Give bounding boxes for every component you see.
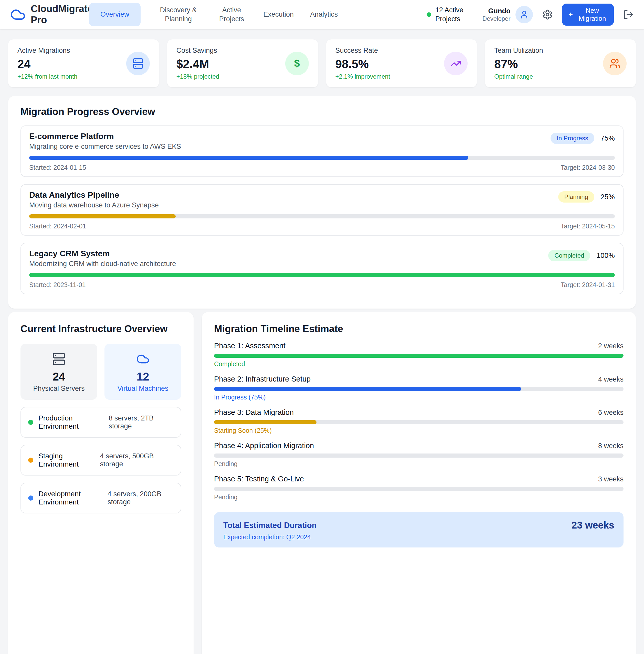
stat-label: Team Utilization (494, 47, 543, 54)
main-nav: Overview Discovery & Planning Active Pro… (89, 3, 338, 26)
staging-dot-icon (28, 458, 33, 463)
project-card-ecommerce[interactable]: E-commerce Platform Migrating core e-com… (21, 125, 623, 177)
project-description: Moving data warehouse to Azure Synapse (29, 201, 159, 209)
phase-testing-golive: Phase 5: Testing & Go-Live 3 weeks Pendi… (214, 475, 623, 501)
phase-status: Pending (214, 493, 623, 501)
project-text: E-commerce Platform Migrating core e-com… (29, 132, 181, 150)
progress-bar (29, 273, 615, 277)
user-info: Gundo Developer (482, 7, 510, 22)
env-detail: 4 servers, 200GB storage (108, 490, 174, 506)
app-title: CloudMigrate Pro (31, 3, 84, 26)
stat-value: $2.4M (177, 57, 219, 71)
phase-duration: 4 weeks (598, 375, 623, 383)
stat-cost-savings: Cost Savings $2.4M +18% projected $ (167, 40, 318, 87)
server-icon (52, 352, 66, 366)
env-row-production: Production Environment 8 servers, 2TB st… (21, 407, 181, 438)
stat-value: 98.5% (336, 57, 390, 71)
progress-bar (29, 156, 615, 160)
env-name: Production Environment (39, 414, 109, 430)
gear-icon (542, 9, 553, 20)
settings-button[interactable] (542, 9, 553, 20)
phase-assessment: Phase 1: Assessment 2 weeks Completed (214, 342, 623, 368)
project-target: Target: 2024-05-15 (561, 223, 615, 230)
project-text: Data Analytics Pipeline Moving data ware… (29, 190, 159, 209)
development-dot-icon (28, 495, 33, 500)
progress-bar (214, 420, 623, 424)
progress-bar (214, 487, 623, 491)
summary-value: 23 weeks (572, 520, 614, 531)
nav-analytics[interactable]: Analytics (310, 10, 338, 19)
main-content: Active Migrations 24 +12% from last mont… (0, 29, 644, 654)
stat-text: Active Migrations 24 +12% from last mont… (17, 47, 77, 80)
server-icon (126, 52, 150, 75)
panel-title: Migration Timeline Estimate (214, 323, 623, 334)
stats-row: Active Migrations 24 +12% from last mont… (8, 40, 636, 87)
phase-status: In Progress (75%) (214, 394, 623, 401)
stat-sub: +12% from last month (17, 73, 77, 80)
project-name: Data Analytics Pipeline (29, 190, 159, 200)
phase-status: Pending (214, 460, 623, 468)
phase-duration: 3 weeks (598, 475, 623, 483)
progress-bar-fill (214, 387, 521, 391)
user-icon (520, 10, 529, 19)
nav-discovery-planning[interactable]: Discovery & Planning (157, 6, 200, 24)
duration-summary: Total Estimated Duration 23 weeks Expect… (214, 512, 623, 547)
new-migration-button[interactable]: + New Migration (562, 4, 614, 26)
progress-bar-fill (214, 354, 623, 358)
nav-overview[interactable]: Overview (89, 3, 141, 26)
user-menu[interactable]: Gundo Developer (482, 6, 533, 23)
dollar-icon: $ (285, 52, 309, 75)
plus-icon: + (568, 10, 573, 19)
env-row-development: Development Environment 4 servers, 200GB… (21, 483, 181, 513)
cloudmigrate-dashboard: CloudMigrate Pro Overview Discovery & Pl… (0, 0, 644, 654)
summary-sub: Expected completion: Q2 2024 (223, 533, 614, 541)
project-name: Legacy CRM System (29, 249, 176, 258)
progress-bar-fill (29, 214, 176, 218)
phase-duration: 6 weeks (598, 409, 623, 417)
stat-sub: +18% projected (177, 73, 219, 80)
stat-value: 87% (494, 57, 543, 71)
project-started: Started: 2024-02-01 (29, 223, 86, 230)
production-dot-icon (28, 420, 33, 425)
stat-team-utilization: Team Utilization 87% Optimal range (485, 40, 636, 87)
project-card-data-analytics[interactable]: Data Analytics Pipeline Moving data ware… (21, 184, 623, 236)
panel-title: Migration Progress Overview (21, 106, 623, 117)
phase-application-migration: Phase 4: Application Migration 8 weeks P… (214, 441, 623, 468)
phase-name: Phase 2: Infrastructure Setup (214, 375, 310, 383)
logout-button[interactable] (623, 9, 634, 20)
panel-title: Current Infrastructure Overview (21, 323, 181, 334)
logout-icon (623, 9, 634, 20)
stat-label: Cost Savings (177, 47, 219, 54)
project-card-legacy-crm[interactable]: Legacy CRM System Modernizing CRM with c… (21, 243, 623, 294)
stat-text: Team Utilization 87% Optimal range (494, 47, 543, 80)
dollar-glyph: $ (294, 57, 300, 69)
project-description: Modernizing CRM with cloud-native archit… (29, 260, 176, 268)
status-badge: Planning (558, 191, 594, 203)
phase-name: Phase 5: Testing & Go-Live (214, 475, 304, 483)
project-target: Target: 2024-03-30 (561, 164, 615, 171)
avatar[interactable] (515, 6, 533, 23)
status-badge: Completed (548, 250, 590, 261)
nav-active-projects[interactable]: Active Projects (216, 6, 247, 24)
phase-status: Starting Soon (25%) (214, 427, 623, 434)
tile-physical-servers: 24 Physical Servers (21, 344, 97, 400)
app-logo[interactable]: CloudMigrate Pro (10, 3, 84, 26)
stat-active-migrations: Active Migrations 24 +12% from last mont… (8, 40, 159, 87)
env-row-staging: Staging Environment 4 servers, 500GB sto… (21, 445, 181, 475)
status-dot-icon (427, 12, 431, 17)
nav-execution[interactable]: Execution (263, 10, 294, 19)
phase-data-migration: Phase 3: Data Migration 6 weeks Starting… (214, 408, 623, 434)
stat-text: Cost Savings $2.4M +18% projected (177, 47, 219, 80)
progress-bar-fill (29, 156, 468, 160)
stat-value: 24 (17, 57, 77, 71)
stat-text: Success Rate 98.5% +2.1% improvement (336, 47, 390, 80)
env-name: Staging Environment (39, 452, 100, 468)
new-migration-label: New Migration (577, 7, 607, 23)
stat-label: Active Migrations (17, 47, 77, 54)
active-projects-indicator[interactable]: 12 Active Projects (427, 6, 473, 24)
tile-label: Virtual Machines (109, 384, 177, 393)
phase-duration: 2 weeks (598, 342, 623, 350)
phase-name: Phase 3: Data Migration (214, 408, 294, 417)
users-icon (603, 52, 627, 75)
progress-bar (214, 387, 623, 391)
